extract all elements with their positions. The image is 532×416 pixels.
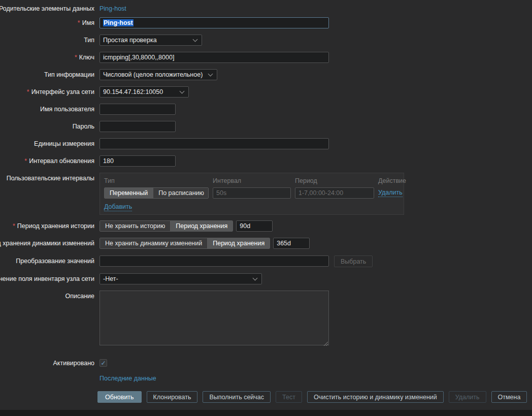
row-description: Описание xyxy=(0,291,532,347)
password-label: Пароль xyxy=(73,123,94,130)
chevron-down-icon xyxy=(180,89,185,94)
remove-interval-link[interactable]: Удалить xyxy=(378,189,403,197)
units-input[interactable] xyxy=(99,138,329,149)
row-update-interval: *Интервал обновления xyxy=(0,155,532,167)
interface-label: Интерфейс узла сети xyxy=(31,88,94,95)
history-label: Период хранения истории xyxy=(17,222,94,230)
required-marker: * xyxy=(27,88,29,95)
inventory-label: Заполнение поля инвентаря узла сети xyxy=(0,275,94,282)
key-label: Ключ xyxy=(79,54,94,61)
form-footer: Обновить Клонировать Выполнить сейчас Те… xyxy=(0,391,532,403)
row-interface: *Интерфейс узла сети 90.154.47.162:10050 xyxy=(0,86,532,98)
header-type: Тип xyxy=(104,177,209,184)
type-select[interactable]: Простая проверка xyxy=(99,35,202,46)
row-password: Пароль xyxy=(0,121,532,132)
info-type-label: Тип информации xyxy=(44,71,94,78)
row-latest-data: Последние данные xyxy=(0,375,532,382)
cancel-button[interactable]: Отмена xyxy=(491,391,527,403)
update-interval-label: Интервал обновления xyxy=(29,157,94,165)
password-input[interactable] xyxy=(99,121,176,132)
history-mode-toggle: Не хранить историю Период хранения xyxy=(99,220,233,232)
row-parent-items: Родительские элементы данных Ping-host xyxy=(0,4,532,12)
required-marker: * xyxy=(75,54,77,61)
row-key: *Ключ xyxy=(0,52,532,63)
username-label: Имя пользователя xyxy=(40,106,94,113)
custom-intervals-label: Пользовательские интервалы xyxy=(7,175,94,182)
valuemap-select-button[interactable]: Выбрать xyxy=(334,255,373,267)
row-inventory: Заполнение поля инвентаря узла сети -Нет… xyxy=(0,273,532,284)
update-button[interactable]: Обновить xyxy=(97,391,142,403)
add-interval-link[interactable]: Добавить xyxy=(104,203,132,211)
row-history: *Период хранения истории Не хранить исто… xyxy=(0,220,532,232)
required-marker: * xyxy=(78,19,80,26)
enabled-checkbox[interactable]: ✓ xyxy=(99,359,107,367)
toggle-trends-period[interactable]: Период хранения xyxy=(208,238,270,248)
key-input[interactable] xyxy=(99,52,329,63)
interval-period-input[interactable] xyxy=(295,187,374,199)
toggle-flexible[interactable]: Переменный xyxy=(105,188,153,198)
interval-delay-input[interactable] xyxy=(213,187,291,199)
interval-type-toggle: Переменный По расписанию xyxy=(104,187,209,199)
valuemap-label: Преобразование значений xyxy=(16,258,94,265)
parent-items-label: Родительские элементы данных xyxy=(0,5,94,12)
valuemap-input[interactable] xyxy=(99,255,329,267)
row-units: Единицы измерения xyxy=(0,138,532,149)
row-enabled: Активировано ✓ xyxy=(0,358,532,367)
description-label: Описание xyxy=(65,293,94,300)
header-action: Действие xyxy=(378,177,406,184)
selected-text: Ping-host xyxy=(103,19,134,26)
custom-intervals-headers: Тип Интервал Период Действие xyxy=(104,176,400,184)
custom-interval-row: Переменный По расписанию Удалить xyxy=(104,187,400,199)
delete-button[interactable]: Удалить xyxy=(449,391,486,403)
name-input[interactable]: Ping-host xyxy=(99,17,329,28)
trends-period-input[interactable] xyxy=(273,238,310,249)
row-username: Имя пользователя xyxy=(0,104,532,115)
clone-button[interactable]: Клонировать xyxy=(147,391,198,403)
row-trends: Период хранения динамики изменений Не хр… xyxy=(0,238,532,249)
test-button[interactable]: Тест xyxy=(276,391,302,403)
row-valuemap: Преобразование значений Выбрать xyxy=(0,255,532,267)
info-type-select[interactable]: Числовой (целое положительное) xyxy=(99,69,217,80)
header-period: Период xyxy=(295,177,374,184)
name-label: Имя xyxy=(82,19,94,26)
chevron-down-icon xyxy=(253,276,258,281)
item-config-form: Родительские элементы данных Ping-host *… xyxy=(0,0,532,403)
parent-item-link[interactable]: Ping-host xyxy=(99,5,126,12)
row-name: *Имя Ping-host xyxy=(0,17,532,28)
clear-history-button[interactable]: Очистить историю и динамику изменений xyxy=(307,391,444,403)
units-label: Единицы измерения xyxy=(34,140,94,147)
enabled-label: Активировано xyxy=(53,360,95,367)
required-marker: * xyxy=(13,222,15,230)
chevron-down-icon xyxy=(193,37,198,42)
row-custom-intervals: Пользовательские интервалы Тип Интервал … xyxy=(0,173,532,215)
inventory-select[interactable]: -Нет- xyxy=(99,273,262,284)
chevron-down-icon xyxy=(208,72,213,77)
description-textarea[interactable] xyxy=(99,291,329,345)
toggle-history-period[interactable]: Период хранения xyxy=(171,221,232,231)
type-label: Тип xyxy=(84,37,94,44)
toggle-no-trends[interactable]: Не хранить динамику изменений xyxy=(100,238,208,248)
execute-now-button[interactable]: Выполнить сейчас xyxy=(203,391,271,403)
checkmark-icon: ✓ xyxy=(101,360,106,366)
update-interval-input[interactable] xyxy=(99,155,176,167)
required-marker: * xyxy=(24,157,27,165)
toggle-scheduling[interactable]: По расписанию xyxy=(153,188,209,198)
latest-data-link[interactable]: Последние данные xyxy=(99,375,156,382)
row-type: Тип Простая проверка xyxy=(0,35,532,46)
interface-select[interactable]: 90.154.47.162:10050 xyxy=(99,86,189,98)
header-interval: Интервал xyxy=(213,177,291,184)
toggle-no-history[interactable]: Не хранить историю xyxy=(100,221,171,231)
row-info-type: Тип информации Числовой (целое положител… xyxy=(0,69,532,80)
trends-mode-toggle: Не хранить динамику изменений Период хра… xyxy=(99,238,270,249)
history-period-input[interactable] xyxy=(236,220,273,232)
custom-intervals-panel: Тип Интервал Период Действие Переменный … xyxy=(99,173,404,215)
trends-label: Период хранения динамики изменений xyxy=(0,240,94,247)
username-input[interactable] xyxy=(99,104,176,115)
bottom-divider xyxy=(0,410,532,416)
